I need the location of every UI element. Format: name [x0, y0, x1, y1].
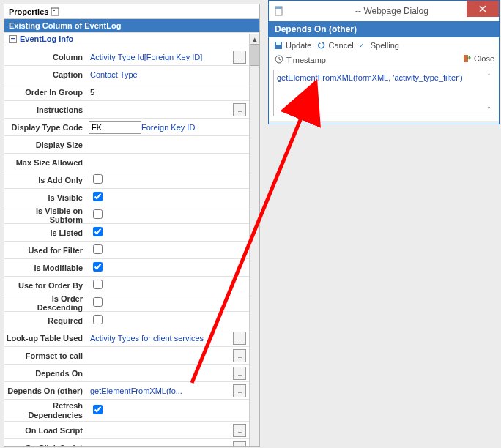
door-icon: [461, 53, 472, 64]
svg-rect-9: [464, 55, 468, 62]
row-display-type[interactable]: Display Type Code Foreign Key ID: [4, 119, 249, 136]
checkbox[interactable]: [93, 174, 103, 184]
vertical-scrollbar[interactable]: ▴: [249, 34, 259, 446]
label: Refresh Dependencies: [4, 401, 87, 419]
code-text: getElementFromXML(formXML, 'activity_typ…: [277, 73, 463, 82]
checkbox[interactable]: [93, 405, 103, 414]
property-rows: Column Activity Type Id[Foreign Key ID] …: [4, 48, 249, 446]
webpage-dialog: -- Webpage Dialog Depends On (other) Upd…: [268, 0, 500, 124]
row-visible-subform[interactable]: Is Visible on Subform: [4, 206, 249, 224]
row-add-only[interactable]: Is Add Only: [4, 171, 249, 189]
row-required[interactable]: Required: [4, 312, 249, 329]
checkbox[interactable]: [93, 280, 103, 289]
clock-icon: [275, 55, 283, 65]
window-close-button[interactable]: [467, 1, 499, 17]
ellipsis-button[interactable]: ...: [233, 384, 246, 397]
svg-text:✓: ✓: [359, 42, 365, 49]
row-refresh-deps[interactable]: Refresh Dependencies: [4, 400, 249, 422]
dialog-toolbar: Update Cancel ✓ Spelling Close: [269, 37, 499, 53]
row-display-size[interactable]: Display Size: [4, 136, 249, 154]
row-visible[interactable]: Is Visible: [4, 189, 249, 206]
svg-rect-3: [275, 7, 282, 9]
update-button[interactable]: Update: [273, 40, 311, 51]
undo-icon: [316, 40, 326, 51]
row-onload[interactable]: On Load Script ...: [4, 422, 249, 439]
label: Is Visible on Subform: [4, 206, 87, 224]
group-toggle[interactable]: – EventLog Info: [4, 32, 259, 45]
text-cursor: [278, 74, 278, 83]
textarea-scrollbar[interactable]: ˄ ˅: [484, 71, 493, 115]
label: Is Order Descending: [4, 294, 87, 312]
value[interactable]: 5: [87, 88, 249, 97]
label: Is Visible: [4, 193, 87, 202]
row-order[interactable]: Order In Group 5: [4, 83, 249, 101]
properties-icon: [50, 7, 60, 17]
row-onclick[interactable]: On Click Script ...: [4, 439, 249, 446]
row-max-size[interactable]: Max Size Allowed: [4, 154, 249, 171]
save-icon: [273, 40, 283, 51]
row-modifiable[interactable]: Is Modifiable: [4, 259, 249, 277]
row-instructions[interactable]: Instructions ...: [4, 101, 249, 119]
label: Spelling: [371, 41, 399, 50]
checkbox[interactable]: [93, 244, 103, 254]
svg-rect-7: [276, 42, 281, 45]
scroll-down-icon[interactable]: ˅: [484, 105, 493, 115]
scroll-thumb[interactable]: [250, 44, 259, 66]
row-depends-on[interactable]: Depends On ...: [4, 365, 249, 382]
label: Is Add Only: [4, 176, 87, 184]
checkbox[interactable]: [93, 227, 103, 236]
row-column[interactable]: Column Activity Type Id[Foreign Key ID] …: [4, 48, 249, 66]
cancel-button[interactable]: Cancel: [316, 40, 353, 51]
ellipsis-button[interactable]: ...: [233, 349, 246, 362]
group-label: EventLog Info: [20, 34, 73, 43]
value[interactable]: Activity Types for client services: [87, 334, 233, 343]
label: Cancel: [328, 41, 353, 50]
ellipsis-button[interactable]: ...: [233, 441, 246, 447]
spellcheck-icon: ✓: [358, 40, 368, 51]
row-formset[interactable]: Formset to call ...: [4, 347, 249, 365]
label: Required: [4, 316, 87, 325]
ellipsis-button[interactable]: ...: [233, 103, 246, 116]
value[interactable]: Activity Type Id[Foreign Key ID]: [87, 53, 233, 61]
row-listed[interactable]: Is Listed: [4, 224, 249, 242]
dialog-titlebar[interactable]: -- Webpage Dialog: [269, 1, 499, 21]
value[interactable]: getElementFromXML(fo...: [87, 387, 233, 395]
display-type-input[interactable]: [89, 121, 141, 134]
checkbox[interactable]: [93, 262, 103, 272]
ellipsis-button[interactable]: ...: [233, 424, 246, 437]
dialog-header: Depends On (other): [269, 21, 499, 37]
label: Is Modifiable: [4, 264, 87, 272]
label: Used for Filter: [4, 246, 87, 255]
scroll-up-icon[interactable]: ▴: [250, 34, 259, 44]
dialog-resize-strip: [269, 121, 499, 124]
value[interactable]: Contact Type: [87, 70, 249, 79]
label: Depends On (other): [4, 387, 87, 395]
checkbox[interactable]: [93, 315, 103, 324]
display-type-suffix: Foreign Key ID: [141, 123, 195, 132]
ellipsis-button[interactable]: ...: [233, 332, 246, 345]
row-caption[interactable]: Caption Contact Type: [4, 66, 249, 83]
checkbox[interactable]: [93, 297, 103, 307]
page-icon: [273, 5, 285, 17]
row-order-desc[interactable]: Is Order Descending: [4, 294, 249, 312]
panel-title-text: Properties: [9, 7, 48, 16]
collapse-icon: –: [9, 35, 17, 43]
checkbox[interactable]: [93, 209, 103, 219]
code-textarea[interactable]: getElementFromXML(formXML, 'activity_typ…: [273, 70, 494, 116]
svg-rect-0: [51, 8, 59, 15]
spelling-button[interactable]: ✓ Spelling: [358, 40, 399, 51]
row-order-by[interactable]: Use for Order By: [4, 277, 249, 294]
label: On Click Script: [4, 444, 87, 447]
row-lookup[interactable]: Look-up Table Used Activity Types for cl…: [4, 329, 249, 347]
label: Depends On: [4, 369, 87, 378]
ellipsis-button[interactable]: ...: [233, 367, 246, 380]
row-depends-on-other[interactable]: Depends On (other) getElementFromXML(fo.…: [4, 382, 249, 400]
row-used-filter[interactable]: Used for Filter: [4, 242, 249, 259]
checkbox[interactable]: [93, 192, 103, 201]
section-header: Existing Column of EventLog: [4, 19, 259, 32]
label: Order In Group: [4, 88, 87, 97]
dialog-close-button[interactable]: Close: [461, 53, 494, 64]
label: On Load Script: [4, 426, 87, 435]
ellipsis-button[interactable]: ...: [233, 51, 246, 64]
scroll-up-icon[interactable]: ˄: [484, 71, 493, 81]
